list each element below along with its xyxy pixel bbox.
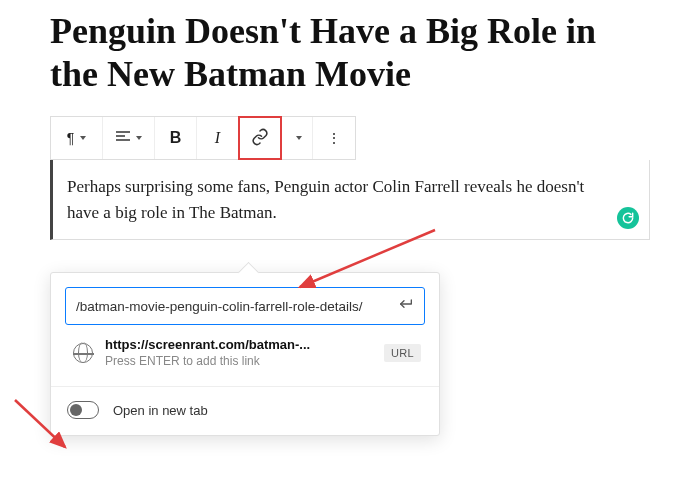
link-url-field-wrapper[interactable] [65, 287, 425, 325]
align-left-icon [116, 130, 130, 146]
paragraph-text[interactable]: Perhaps surprising some fans, Penguin ac… [67, 177, 584, 222]
link-popover: https://screenrant.com/batman-... Press … [50, 272, 440, 436]
link-url-input[interactable] [76, 299, 398, 314]
italic-icon: I [215, 129, 220, 147]
more-rich-text-button[interactable] [281, 117, 313, 159]
bold-button[interactable]: B [155, 117, 197, 159]
post-title[interactable]: Penguin Doesn't Have a Big Role in the N… [50, 10, 650, 96]
open-in-new-tab-toggle[interactable] [67, 401, 99, 419]
open-in-new-tab-label: Open in new tab [113, 403, 208, 418]
link-suggestion[interactable]: https://screenrant.com/batman-... Press … [65, 325, 425, 376]
submit-link-icon[interactable] [398, 296, 414, 316]
more-options-button[interactable]: ⋮ [313, 117, 355, 159]
paragraph-block[interactable]: Perhaps surprising some fans, Penguin ac… [50, 160, 650, 240]
toggle-knob [70, 404, 82, 416]
link-button[interactable] [239, 117, 281, 159]
bold-icon: B [170, 129, 182, 147]
align-button[interactable] [103, 117, 155, 159]
block-toolbar: ¶ B I ⋮ [50, 116, 356, 160]
chevron-down-icon [80, 136, 86, 140]
chevron-down-icon [136, 136, 142, 140]
paragraph-type-button[interactable]: ¶ [51, 117, 103, 159]
italic-button[interactable]: I [197, 117, 239, 159]
url-type-chip: URL [384, 344, 421, 362]
grammarly-badge[interactable] [617, 207, 639, 229]
globe-icon [73, 343, 93, 363]
chevron-down-icon [296, 136, 302, 140]
suggestion-title: https://screenrant.com/batman-... [105, 337, 372, 352]
more-vertical-icon: ⋮ [327, 130, 341, 146]
link-icon [251, 128, 269, 149]
pilcrow-icon: ¶ [67, 130, 75, 146]
suggestion-hint: Press ENTER to add this link [105, 354, 372, 368]
